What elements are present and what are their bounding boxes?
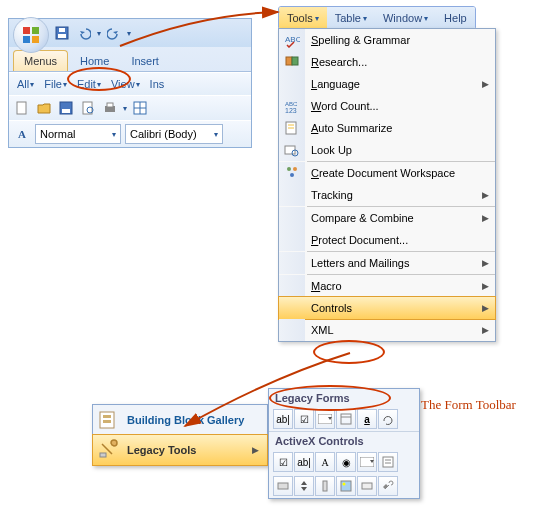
ax-more-icon[interactable] — [378, 476, 398, 496]
chevron-down-icon[interactable]: ▾ — [123, 104, 127, 113]
office-button[interactable] — [13, 17, 49, 53]
font-combo[interactable]: Calibri (Body)▾ — [125, 124, 223, 144]
ax-scroll-icon[interactable] — [315, 476, 335, 496]
wordcount-icon: ABC123 — [284, 98, 300, 114]
undo-icon[interactable] — [75, 24, 93, 42]
chevron-down-icon[interactable]: ▾ — [127, 29, 131, 38]
menu-all[interactable]: All▾ — [13, 76, 38, 92]
controls-popup: Building Block Gallery Legacy Tools ▶ — [92, 404, 268, 466]
popup-item-legacy[interactable]: Legacy Tools ▶ — [92, 434, 268, 466]
svg-point-44 — [343, 483, 346, 486]
quick-access-toolbar: ▾ ▾ — [9, 19, 251, 47]
dd-research[interactable]: Research... — [279, 51, 495, 73]
ax-button-icon[interactable] — [357, 476, 377, 496]
lookup-icon — [284, 142, 300, 158]
open-icon[interactable] — [35, 99, 53, 117]
ax-combo-icon[interactable] — [357, 452, 377, 472]
menus-row-1: All▾ File▾ Edit▾ View▾ Ins — [9, 72, 251, 95]
svg-rect-38 — [383, 457, 393, 467]
svg-rect-18 — [286, 57, 292, 65]
spelling-icon: ABC — [284, 32, 300, 48]
svg-text:123: 123 — [285, 107, 297, 114]
frame-icon[interactable] — [336, 409, 356, 429]
svg-rect-19 — [292, 57, 298, 65]
legacy-tools-icon — [97, 439, 119, 461]
dd-language[interactable]: Language▶ — [279, 73, 495, 95]
svg-point-28 — [293, 167, 297, 171]
ax-list-icon[interactable] — [378, 452, 398, 472]
svg-rect-32 — [103, 420, 111, 423]
menus-row-style: A Normal▾ Calibri (Body)▾ — [9, 120, 251, 147]
dd-wordcount[interactable]: ABC123Word Count... — [279, 95, 495, 117]
dd-letters[interactable]: Letters and Mailings▶ — [279, 252, 495, 274]
menu-file[interactable]: File▾ — [40, 76, 71, 92]
ax-label-icon[interactable]: A — [315, 452, 335, 472]
checkbox-icon[interactable]: ☑ — [294, 409, 314, 429]
svg-rect-35 — [341, 414, 351, 424]
dd-create-workspace[interactable]: Create Document Workspace — [279, 162, 495, 184]
svg-point-27 — [287, 167, 291, 171]
dd-autosum[interactable]: Auto Summarize — [279, 117, 495, 139]
section-activex: ActiveX Controls — [269, 431, 419, 450]
workspace-icon — [284, 165, 300, 181]
dd-tracking[interactable]: Tracking▶ — [279, 184, 495, 206]
menu-view[interactable]: View▾ — [107, 76, 144, 92]
tab-insert[interactable]: Insert — [121, 51, 169, 71]
menu-insert[interactable]: Ins — [146, 76, 169, 92]
popup-item-bbg[interactable]: Building Block Gallery — [93, 405, 267, 435]
ax-toggle-icon[interactable] — [273, 476, 293, 496]
dd-xml[interactable]: XML▶ — [279, 319, 495, 341]
save-icon[interactable] — [57, 99, 75, 117]
textfield-icon[interactable]: ab| — [273, 409, 293, 429]
menu-edit[interactable]: Edit▾ — [73, 76, 105, 92]
combobox-icon[interactable] — [315, 409, 335, 429]
ax-radio-icon[interactable]: ◉ — [336, 452, 356, 472]
dd-macro[interactable]: Macro▶ — [279, 275, 495, 297]
activex-row-1: ☑ ab| A ◉ — [269, 450, 419, 474]
style-icon[interactable]: A — [13, 125, 31, 143]
ax-checkbox-icon[interactable]: ☑ — [273, 452, 293, 472]
svg-rect-13 — [107, 103, 113, 107]
reset-icon[interactable] — [378, 409, 398, 429]
dd-lookup[interactable]: Look Up — [279, 139, 495, 161]
tab-home[interactable]: Home — [70, 51, 119, 71]
ax-image-icon[interactable] — [336, 476, 356, 496]
print-icon[interactable] — [101, 99, 119, 117]
legacy-forms-row: ab| ☑ a — [269, 407, 419, 431]
save-icon[interactable] — [53, 24, 71, 42]
menus-row-icons: ▾ — [9, 95, 251, 120]
table-icon[interactable] — [131, 99, 149, 117]
svg-rect-43 — [341, 481, 351, 491]
style-combo[interactable]: Normal▾ — [35, 124, 121, 144]
menu-table[interactable]: Table▾ — [327, 7, 375, 29]
dd-spelling[interactable]: ABCSpelling & Grammar — [279, 29, 495, 51]
ribbon: ▾ ▾ Menus Home Insert All▾ File▾ Edit▾ V… — [8, 18, 252, 148]
svg-rect-1 — [32, 27, 39, 34]
preview-icon[interactable] — [79, 99, 97, 117]
dd-protect[interactable]: Protect Document... — [279, 229, 495, 251]
tools-dropdown: ABCSpelling & Grammar Research... Langua… — [278, 28, 496, 342]
menu-help[interactable]: Help — [436, 7, 475, 29]
new-doc-icon[interactable] — [13, 99, 31, 117]
tab-menus[interactable]: Menus — [13, 50, 68, 71]
svg-rect-2 — [23, 36, 30, 43]
dd-compare[interactable]: Compare & Combine▶ — [279, 207, 495, 229]
menu-tools[interactable]: Tools▾ — [279, 7, 327, 29]
svg-rect-41 — [278, 483, 288, 489]
autosummarize-icon — [284, 120, 300, 136]
menu-window[interactable]: Window▾ — [375, 7, 436, 29]
ax-textbox-icon[interactable]: ab| — [294, 452, 314, 472]
svg-rect-5 — [58, 34, 66, 38]
chevron-down-icon[interactable]: ▾ — [97, 29, 101, 38]
svg-rect-31 — [103, 415, 111, 418]
ax-spin-icon[interactable] — [294, 476, 314, 496]
svg-rect-3 — [32, 36, 39, 43]
svg-rect-6 — [59, 28, 65, 32]
svg-rect-7 — [17, 102, 26, 114]
office-logo-icon — [21, 25, 41, 45]
highlight-circle — [313, 340, 385, 364]
redo-icon[interactable] — [105, 24, 123, 42]
activex-row-2 — [269, 474, 419, 498]
dd-controls[interactable]: Controls▶ — [278, 296, 496, 320]
shading-icon[interactable]: a — [357, 409, 377, 429]
